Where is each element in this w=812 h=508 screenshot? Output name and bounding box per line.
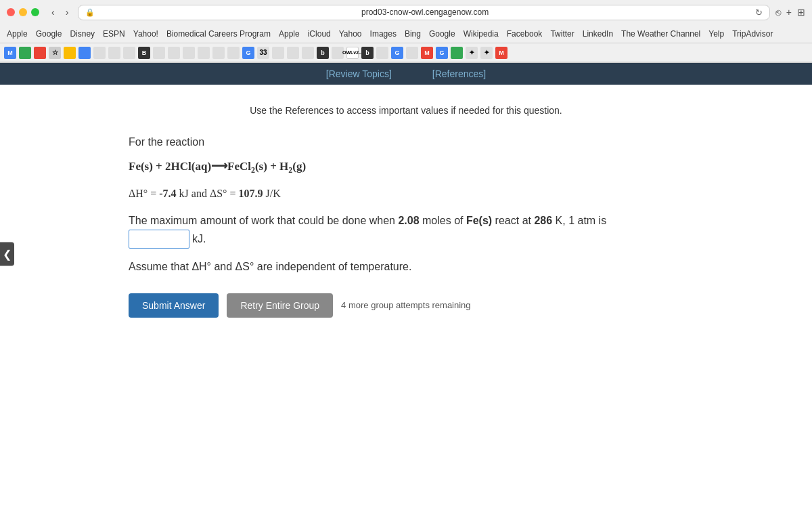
favicon-9[interactable]: B (138, 47, 150, 59)
favicon-6[interactable] (93, 47, 106, 59)
favicon-4[interactable] (64, 47, 76, 59)
favicon-21[interactable] (376, 47, 388, 59)
favicon-10[interactable] (153, 47, 165, 59)
lock-icon: 🔒 (85, 8, 95, 17)
favicon-7[interactable] (108, 47, 120, 59)
share-button[interactable]: ⎋ (775, 7, 781, 18)
question-section: For the reaction Fe(s) + 2HCl(aq)⟶FeCl2(… (129, 136, 683, 273)
favicon-13[interactable] (198, 47, 210, 59)
close-button[interactable] (7, 8, 15, 16)
favicon-b[interactable]: b (317, 47, 329, 59)
bookmark-apple[interactable]: Apple (7, 29, 28, 39)
back-button[interactable]: ‹ (47, 5, 59, 19)
bookmark-tripadvisor[interactable]: TripAdvisor (732, 29, 773, 39)
favicon-g3[interactable]: G (436, 47, 448, 59)
favicon-google[interactable]: G (242, 47, 254, 59)
forward-button[interactable]: › (62, 5, 73, 19)
answer-inline: kJ. (129, 230, 206, 249)
favicon-23[interactable] (451, 47, 463, 59)
bookmark-icloud[interactable]: iCloud (308, 29, 331, 39)
favicon-18[interactable] (287, 47, 299, 59)
favicon-b2[interactable]: b (361, 47, 374, 59)
bookmark-espn[interactable]: ESPN (103, 29, 125, 39)
instruction-text: Use the References to access important v… (129, 105, 683, 116)
grid-button[interactable]: ⊞ (797, 7, 805, 18)
side-toggle[interactable]: ❮ (0, 242, 14, 266)
references-link[interactable]: [References] (432, 68, 486, 79)
bookmark-google[interactable]: Google (36, 29, 62, 39)
answer-input[interactable] (129, 230, 189, 249)
question-text: The maximum amount of work that could be… (129, 212, 683, 249)
page-navigation: [Review Topics] [References] (0, 63, 812, 85)
favicon-17[interactable] (272, 47, 284, 59)
bookmark-yelp[interactable]: Yelp (708, 29, 724, 39)
favicon-m[interactable]: M (421, 47, 433, 59)
bookmark-weather[interactable]: The Weather Channel (621, 29, 700, 39)
toolbar-right: ⎋ + ⊞ (775, 7, 805, 18)
favicon-25[interactable]: ✦ (480, 47, 493, 59)
address-bar[interactable]: 🔒 prod03-cnow-owl.cengagenow.com ↻ (78, 5, 769, 20)
reaction-equation: Fe(s) + 2HCl(aq)⟶FeCl2(s) + H2(g) (129, 159, 683, 175)
bookmarks-bar: Apple Google Disney ESPN Yahoo! Biomedic… (0, 24, 812, 43)
bookmark-facebook[interactable]: Facebook (507, 29, 543, 39)
button-row: Submit Answer Retry Entire Group 4 more … (129, 293, 683, 318)
review-topics-link[interactable]: [Review Topics] (326, 68, 392, 79)
bookmark-yahoo[interactable]: Yahoo! (133, 29, 158, 39)
thermo-values: ΔH° = -7.4 kJ and ΔS° = 107.9 J/K (129, 188, 683, 200)
maximize-button[interactable] (31, 8, 39, 16)
nav-controls: ‹ › (47, 5, 72, 19)
toggle-icon: ❮ (3, 249, 12, 260)
favicon-m2[interactable]: M (495, 47, 508, 59)
refresh-icon: ↻ (755, 7, 763, 18)
favicon-g2[interactable]: G (391, 47, 403, 59)
bookmark-apple2[interactable]: Apple (279, 29, 300, 39)
unit-label: kJ. (192, 230, 206, 248)
bookmark-images[interactable]: Images (370, 29, 397, 39)
minimize-button[interactable] (19, 8, 27, 16)
favicon-24[interactable]: ✦ (466, 47, 478, 59)
favicon-16[interactable]: 33 (257, 47, 269, 59)
bookmark-disney[interactable]: Disney (70, 29, 95, 39)
attempts-text: 4 more group attempts remaining (341, 300, 470, 310)
favicon-19[interactable] (302, 47, 314, 59)
question-container: Use the References to access important v… (102, 85, 710, 338)
for-the-reaction-label: For the reaction (129, 136, 683, 148)
bookmark-twitter[interactable]: Twitter (550, 29, 574, 39)
favicon-12[interactable] (183, 47, 195, 59)
favicon-5[interactable] (78, 47, 91, 59)
favicon-11[interactable] (168, 47, 180, 59)
favicon-14[interactable] (212, 47, 225, 59)
favicons-bar: M ☆ B G 33 b OWLv2... b G M G ✦ ✦ M (0, 43, 812, 62)
submit-button[interactable]: Submit Answer (129, 293, 219, 318)
favicon-1[interactable] (19, 47, 31, 59)
assume-text: Assume that ΔH° and ΔS° are independent … (129, 261, 683, 273)
retry-button[interactable]: Retry Entire Group (227, 293, 333, 318)
bookmark-google2[interactable]: Google (429, 29, 455, 39)
favicon-gmail[interactable]: M (4, 47, 16, 59)
favicon-owl[interactable]: OWLv2... (346, 47, 359, 59)
bookmark-biomedical[interactable]: Biomedical Careers Program (166, 29, 271, 39)
new-tab-button[interactable]: + (786, 7, 792, 18)
favicon-3[interactable]: ☆ (49, 47, 61, 59)
title-bar: ‹ › 🔒 prod03-cnow-owl.cengagenow.com ↻ ⎋… (0, 0, 812, 24)
bookmark-bing[interactable]: Bing (405, 29, 421, 39)
bookmark-linkedin[interactable]: LinkedIn (583, 29, 613, 39)
favicon-22[interactable] (406, 47, 418, 59)
bookmark-yahoo2[interactable]: Yahoo (339, 29, 362, 39)
bookmark-wikipedia[interactable]: Wikipedia (464, 29, 499, 39)
url-text: prod03-cnow-owl.cengagenow.com (99, 7, 750, 17)
window-controls (7, 8, 39, 16)
favicon-15[interactable] (227, 47, 240, 59)
favicon-2[interactable] (34, 47, 46, 59)
browser-chrome: ‹ › 🔒 prod03-cnow-owl.cengagenow.com ↻ ⎋… (0, 0, 812, 63)
page-content: [Review Topics] [References] Use the Ref… (0, 63, 812, 508)
favicon-8[interactable] (123, 47, 135, 59)
